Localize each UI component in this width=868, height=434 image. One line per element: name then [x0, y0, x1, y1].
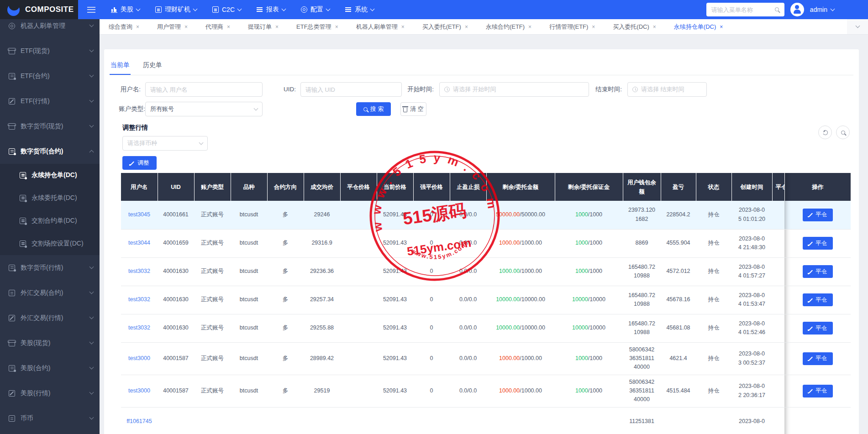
- sidebar-item[interactable]: 美股(行情): [0, 381, 100, 406]
- close-position-button[interactable]: 平仓: [803, 209, 833, 221]
- adjust-quote-title: 调整行情: [122, 124, 148, 132]
- sidebar-item-label: 美股(行情): [21, 389, 50, 397]
- sidebar-item[interactable]: 数字货币(行情): [0, 255, 100, 280]
- col-liq-price: 强平价格: [413, 173, 450, 201]
- top-menu-item[interactable]: 系统: [345, 5, 374, 14]
- cell-tp-sl: 0.0/0.0: [450, 201, 486, 229]
- sidebar-item[interactable]: ETF(现货): [0, 38, 100, 63]
- sidebar-item[interactable]: ETF(行情): [0, 89, 100, 114]
- top-menu-item[interactable]: 配置: [301, 5, 330, 14]
- top-menu-item[interactable]: C2C: [212, 6, 241, 13]
- username-link[interactable]: test3045: [128, 211, 150, 218]
- cell-created: 2023-08-0 3 00:52:37: [731, 342, 772, 375]
- page-tab[interactable]: 机器人刷单管理: [356, 23, 405, 31]
- cell-direction: 多: [267, 375, 304, 407]
- username-link[interactable]: test3032: [128, 296, 150, 303]
- uid-input[interactable]: [305, 86, 397, 93]
- page-tab[interactable]: 代理商: [205, 23, 230, 31]
- sidebar-item[interactable]: 数字货币(现货): [0, 114, 100, 139]
- panel-tab[interactable]: 历史单: [142, 61, 163, 75]
- top-menu-item[interactable]: 理财矿机: [155, 5, 197, 14]
- page-tab[interactable]: 行情管理(ETF): [549, 23, 595, 31]
- sidebar-item[interactable]: 美股(合约): [0, 356, 100, 381]
- close-position-button[interactable]: 平仓: [803, 322, 833, 335]
- account-type-select[interactable]: 所有账号: [145, 102, 263, 116]
- sidebar-item[interactable]: 币币: [0, 406, 100, 431]
- close-icon[interactable]: [653, 24, 656, 30]
- page-tab[interactable]: ETF总类管理: [296, 23, 338, 31]
- username-link[interactable]: test3000: [128, 355, 150, 361]
- close-position-button[interactable]: 平仓: [803, 385, 833, 397]
- page-tab[interactable]: 提现订单: [248, 23, 279, 31]
- sidebar-item[interactable]: 机器人刷单管理: [0, 19, 100, 38]
- close-icon[interactable]: [227, 24, 230, 30]
- menu-search-input[interactable]: [706, 3, 784, 16]
- page-tab[interactable]: 永续合约(ETF): [486, 23, 531, 31]
- cell-margin: 1000/1000: [555, 257, 623, 286]
- cell-amount: 1000.00/1000.00: [486, 229, 555, 257]
- username-link[interactable]: test3032: [128, 324, 150, 331]
- close-position-button[interactable]: 平仓: [803, 265, 833, 278]
- sidebar-item-icon: [20, 218, 26, 224]
- sidebar-item[interactable]: 交割场控设置(DC): [0, 232, 100, 255]
- tab-list-dropdown[interactable]: [847, 19, 868, 34]
- col-wallet: 用户钱包余额: [623, 173, 661, 201]
- refresh-button[interactable]: [818, 125, 832, 139]
- clear-button[interactable]: 清 空: [400, 102, 426, 116]
- page-tab[interactable]: 买入委托(ETF): [422, 23, 468, 31]
- end-time-picker[interactable]: 请选择 结束时间: [627, 82, 707, 97]
- username-link[interactable]: ff1061745: [126, 418, 152, 424]
- close-icon[interactable]: [720, 24, 723, 30]
- sidebar-item[interactable]: 永续持仓单(DC): [0, 164, 100, 187]
- cell-liq-price: 0: [413, 342, 450, 375]
- page-tab[interactable]: 买入委托(DC): [613, 23, 656, 31]
- username-input[interactable]: [150, 86, 258, 93]
- table-search-button[interactable]: [836, 125, 850, 139]
- sidebar-item[interactable]: 永续委托单(DC): [0, 187, 100, 209]
- close-position-button[interactable]: 平仓: [803, 237, 833, 250]
- margin-total: /1000: [588, 268, 602, 274]
- close-icon[interactable]: [401, 24, 405, 30]
- adjust-button-label: 调整: [137, 159, 149, 167]
- cell-account-type: 正式账号: [194, 257, 231, 286]
- close-position-button[interactable]: 平仓: [803, 293, 833, 306]
- user-menu[interactable]: admin: [810, 6, 834, 13]
- close-position-button[interactable]: 平仓: [803, 352, 833, 365]
- username-link[interactable]: test3032: [128, 268, 150, 274]
- username-link[interactable]: test3000: [128, 387, 150, 394]
- menu-icon: [345, 6, 352, 13]
- top-menu-item[interactable]: 报表: [257, 5, 285, 14]
- top-menu-item[interactable]: 美股: [111, 5, 140, 14]
- sidebar-item[interactable]: 外汇交易(合约): [0, 280, 100, 305]
- cell-amount: 50000.00/50000.00: [486, 201, 555, 229]
- start-time-picker[interactable]: 请选择 开始时间: [439, 82, 589, 97]
- adjust-button[interactable]: 调整: [122, 156, 157, 170]
- close-icon[interactable]: [184, 24, 188, 30]
- sidebar-item[interactable]: ETF(合约): [0, 63, 100, 89]
- cell-avg-price: 29257.34: [304, 286, 340, 314]
- panel-tab[interactable]: 当前单: [110, 61, 131, 75]
- page-tab[interactable]: 永续持仓单(DC): [674, 23, 723, 31]
- close-icon[interactable]: [592, 24, 595, 30]
- page-tab[interactable]: 综合查询: [109, 23, 139, 31]
- close-icon[interactable]: [136, 24, 139, 30]
- username-link[interactable]: test3044: [128, 240, 150, 246]
- close-icon[interactable]: [528, 24, 531, 30]
- coin-select[interactable]: 请选择币种: [122, 136, 208, 151]
- sidebar-item[interactable]: 数字货币(合约): [0, 139, 100, 164]
- hamburger-icon[interactable]: [87, 7, 95, 13]
- chevron-down-icon: [282, 6, 286, 11]
- close-icon[interactable]: [335, 24, 338, 30]
- pen-icon: [808, 356, 813, 361]
- avatar[interactable]: [790, 3, 804, 16]
- close-icon[interactable]: [275, 24, 279, 30]
- sidebar-item-icon: [9, 125, 15, 130]
- search-button[interactable]: 搜 索: [356, 102, 391, 116]
- close-icon[interactable]: [465, 24, 468, 30]
- sidebar-item[interactable]: 交割合约单(DC): [0, 209, 100, 232]
- sidebar-item[interactable]: 外汇交易(行情): [0, 305, 100, 330]
- page-tab[interactable]: 用户管理: [157, 23, 188, 31]
- sidebar-item[interactable]: 美股(现货): [0, 330, 100, 356]
- amount-remain: 1000.00: [499, 268, 520, 274]
- close-position-label: 平仓: [815, 296, 827, 304]
